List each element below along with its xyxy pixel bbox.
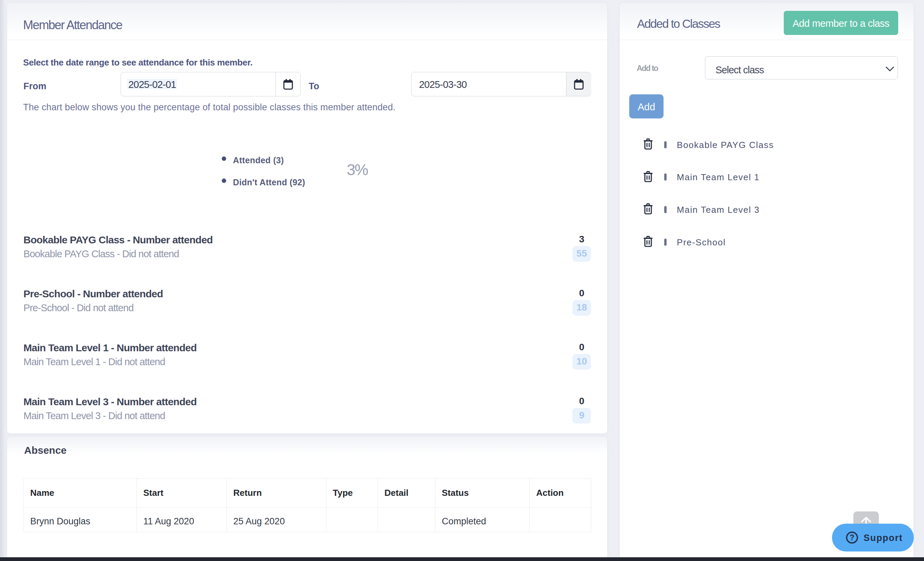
svg-text:?: ?: [850, 533, 854, 542]
